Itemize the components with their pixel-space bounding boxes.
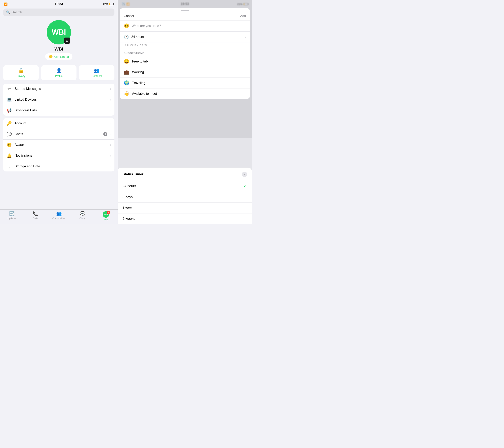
timer-row[interactable]: 🕐 24 hours › — [120, 32, 250, 42]
account-item[interactable]: 🔑 Account › — [3, 118, 114, 129]
chats-badge: 1 — [103, 132, 107, 136]
you-badge: 1 — [107, 211, 110, 214]
add-status-button[interactable]: 😊 Add Status — [45, 53, 72, 60]
timer-3days-label: 3 days — [123, 195, 247, 199]
chats-label: Chats — [80, 217, 85, 219]
timer-icon: 🕐 — [124, 35, 129, 39]
search-icon: 🔍 — [6, 10, 10, 14]
add-status-sheet: Cancel Add 😊 What are you up to? 🕐 24 ho… — [120, 8, 250, 99]
starred-messages-item[interactable]: ☆ Starred Messages › — [3, 84, 114, 94]
add-status-icon: 😊 — [49, 55, 53, 58]
chevron-icon-2: › — [110, 98, 111, 101]
working-label: Working — [132, 71, 144, 74]
storage-item[interactable]: ↕ Storage and Data › — [3, 161, 114, 171]
profile-icon: 👤 — [56, 68, 62, 73]
broadcast-lists-item[interactable]: 📢 Broadcast Lists › — [3, 105, 114, 116]
contacts-label: Contacts — [91, 74, 102, 77]
avatar-container: WBI ⊞ — [47, 20, 71, 44]
tab-you[interactable]: WBI 1 You — [94, 211, 118, 221]
bell-icon: 🔔 — [6, 153, 12, 158]
suggestion-free-to-talk[interactable]: 😄 Free to talk — [120, 56, 250, 67]
search-placeholder: Search — [12, 11, 22, 14]
account-icon: 🔑 — [6, 121, 12, 126]
tab-bar: 🔄 Updates 📞 Calls 👥 Communities 💬 Chats … — [0, 209, 118, 224]
chats-settings-item[interactable]: 💬 Chats 1 › — [3, 129, 114, 140]
chevron-icon-7: › — [110, 154, 111, 157]
avatar-item[interactable]: 😊 Avatar › — [3, 140, 114, 150]
suggestion-traveling[interactable]: 🌍 Traveling — [120, 78, 250, 89]
tab-communities[interactable]: 👥 Communities — [47, 211, 71, 221]
calls-label: Calls — [33, 217, 38, 219]
you-avatar-container: WBI 1 — [103, 211, 109, 218]
free-to-talk-label: Free to talk — [132, 60, 148, 63]
timer-sheet-header: Status Timer ✕ — [118, 168, 252, 180]
calls-icon: 📞 — [33, 211, 38, 216]
privacy-label: Privacy — [17, 74, 25, 77]
close-icon: ✕ — [243, 173, 246, 176]
timer-subtitle: Until 29/11 at 19:53 — [120, 42, 250, 49]
timer-sheet-title: Status Timer — [123, 172, 144, 176]
communities-label: Communities — [52, 217, 65, 219]
menu-group-2: 🔑 Account › 💬 Chats 1 › 😊 Avatar › 🔔 Not… — [3, 118, 114, 171]
timer-1week-label: 1 week — [123, 206, 247, 210]
avatar-initials: WBI — [52, 28, 66, 36]
search-bar[interactable]: 🔍 Search — [3, 9, 114, 16]
timer-option-2weeks[interactable]: 2 weeks — [118, 214, 252, 224]
updates-label: Updates — [8, 217, 16, 219]
communities-icon: 👥 — [56, 211, 62, 216]
starred-messages-label: Starred Messages — [15, 87, 107, 91]
notifications-item[interactable]: 🔔 Notifications › — [3, 150, 114, 161]
working-emoji: 💼 — [124, 70, 129, 75]
you-label: You — [104, 218, 108, 221]
suggestion-working[interactable]: 💼 Working — [120, 67, 250, 78]
suggestion-available-to-meet[interactable]: 👋 Available to meet — [120, 89, 250, 99]
traveling-label: Traveling — [132, 81, 145, 85]
contacts-button[interactable]: 👥 Contacts — [79, 65, 114, 80]
qr-icon: ⊞ — [66, 39, 68, 42]
timer-chevron: › — [245, 35, 246, 38]
chat-icon: 💬 — [6, 132, 12, 137]
available-to-meet-label: Available to meet — [132, 92, 157, 96]
qr-badge[interactable]: ⊞ — [64, 37, 70, 44]
contacts-icon: 👥 — [94, 68, 99, 73]
chevron-icon-3: › — [110, 109, 111, 112]
you-initials: WBI — [104, 214, 108, 215]
notifications-label: Notifications — [15, 154, 107, 158]
tab-updates[interactable]: 🔄 Updates — [0, 211, 23, 221]
available-emoji: 👋 — [124, 91, 129, 96]
privacy-icon: 🔒 — [18, 68, 24, 73]
status-input-placeholder: What are you up to? — [132, 24, 161, 28]
suggestions-header: SUGGESTIONS — [120, 49, 250, 56]
timer-24h-label: 24 hours — [123, 184, 244, 188]
profile-section: WBI ⊞ WBI 😊 Add Status — [0, 18, 118, 63]
updates-icon: 🔄 — [9, 211, 15, 216]
free-to-talk-emoji: 😄 — [124, 59, 129, 64]
status-emoji-icon: 😊 — [124, 23, 129, 29]
chats-icon: 💬 — [80, 211, 85, 216]
cancel-button[interactable]: Cancel — [124, 14, 134, 18]
chevron-icon-6: › — [110, 143, 111, 146]
timer-option-1week[interactable]: 1 week — [118, 203, 252, 214]
broadcast-icon: 📢 — [6, 108, 12, 113]
quick-actions: 🔒 Privacy 👤 Profile 👥 Contacts — [3, 65, 114, 80]
avatar-label: Avatar — [15, 143, 107, 147]
chats-settings-label: Chats — [15, 132, 100, 136]
timer-option-24h[interactable]: 24 hours ✓ — [118, 180, 252, 192]
traveling-emoji: 🌍 — [124, 80, 129, 86]
add-button[interactable]: Add — [240, 14, 246, 18]
timer-close-button[interactable]: ✕ — [242, 172, 247, 177]
timer-label: 24 hours — [131, 35, 242, 39]
status-icons-left: 📶 — [4, 2, 7, 6]
tab-calls[interactable]: 📞 Calls — [23, 211, 47, 221]
tab-chats[interactable]: 💬 Chats — [71, 211, 94, 221]
chevron-icon-5: › — [110, 132, 111, 136]
profile-button[interactable]: 👤 Profile — [41, 65, 77, 80]
add-status-label: Add Status — [54, 55, 69, 58]
menu-group-1: ☆ Starred Messages › 💻 Linked Devices › … — [3, 84, 114, 116]
privacy-button[interactable]: 🔒 Privacy — [3, 65, 39, 80]
status-input-row[interactable]: 😊 What are you up to? — [120, 20, 250, 32]
timer-option-3days[interactable]: 3 days — [118, 192, 252, 203]
linked-devices-item[interactable]: 💻 Linked Devices › — [3, 94, 114, 105]
laptop-icon: 💻 — [6, 97, 12, 102]
wifi-icon: 📶 — [4, 2, 7, 6]
